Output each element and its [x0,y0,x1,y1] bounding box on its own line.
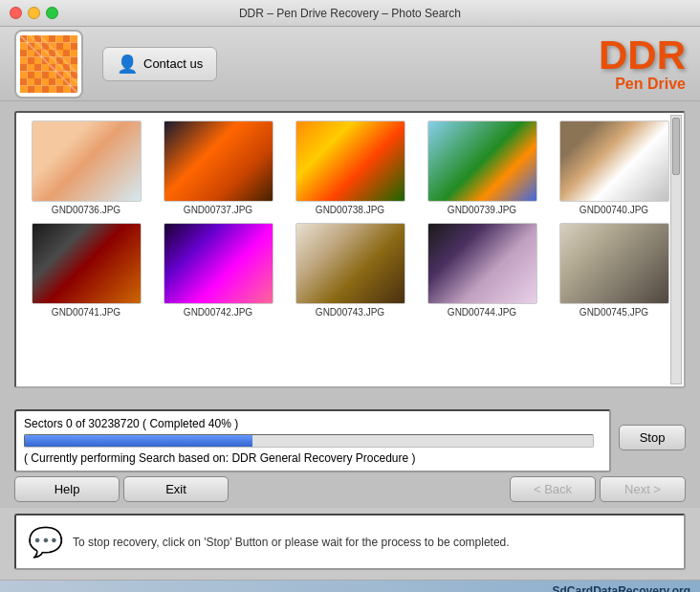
window-controls [10,7,58,19]
photo-label: GND00736.JPG [52,205,120,215]
list-item[interactable]: GND00741.JPG [24,223,148,318]
minimize-button[interactable] [28,7,40,19]
action-buttons: Stop [619,402,686,472]
photo-label: GND00739.JPG [448,205,516,215]
ddr-logo: DDR Pen Drive [599,35,686,93]
progress-fill [25,435,252,447]
info-message: To stop recovery, click on 'Stop' Button… [73,536,510,549]
nav-buttons: Help Exit < Back Next > [0,472,700,508]
photo-thumbnail [164,121,273,202]
maximize-button[interactable] [46,7,58,19]
ddr-title: DDR [599,35,686,76]
contact-label: Contact us [143,56,203,71]
progress-status: Sectors 0 of 30238720 ( Completed 40% ) [24,417,602,430]
progress-performing: ( Currently performing Search based on: … [24,451,602,465]
photo-grid: GND00736.JPGGND00737.JPGGND00738.JPGGND0… [24,121,676,318]
photo-grid-container[interactable]: GND00736.JPGGND00737.JPGGND00738.JPGGND0… [14,111,686,388]
back-button[interactable]: < Back [510,476,596,502]
photo-thumbnail [32,223,142,304]
list-item[interactable]: GND00740.JPG [552,121,676,215]
list-item[interactable]: GND00745.JPG [552,223,676,318]
photo-label: GND00745.JPG [580,307,648,318]
photo-label: GND00744.JPG [448,307,516,318]
photo-label: GND00737.JPG [184,205,252,215]
photo-label: GND00743.JPG [316,307,384,318]
footer-url: SdCardDataRecovery.org [553,584,691,592]
contact-icon: 👤 [117,54,138,75]
contact-button[interactable]: 👤 Contact us [102,47,217,81]
list-item[interactable]: GND00743.JPG [288,223,412,318]
photo-thumbnail [559,121,669,202]
stop-button[interactable]: Stop [619,425,686,450]
photo-thumbnail [32,121,142,202]
photo-label: GND00741.JPG [52,307,120,318]
title-bar: DDR – Pen Drive Recovery – Photo Search [0,0,700,27]
photo-thumbnail [559,223,669,304]
footer: SdCardDataRecovery.org [0,580,700,592]
window-title: DDR – Pen Drive Recovery – Photo Search [239,7,461,20]
info-icon: 💬 [28,525,63,559]
photo-thumbnail [295,223,405,304]
scrollbar[interactable] [670,115,682,384]
progress-area: Sectors 0 of 30238720 ( Completed 40% ) … [0,398,700,472]
main-content: GND00736.JPGGND00737.JPGGND00738.JPGGND0… [0,101,700,398]
scrollbar-thumb[interactable] [672,118,680,175]
list-item[interactable]: GND00742.JPG [156,223,280,318]
photo-label: GND00740.JPG [580,205,648,215]
photo-thumbnail [427,121,537,202]
photo-thumbnail [164,223,273,304]
info-box: 💬 To stop recovery, click on 'Stop' Butt… [14,514,686,570]
photo-label: GND00738.JPG [316,205,384,215]
progress-bar [24,434,594,448]
list-item[interactable]: GND00744.JPG [420,223,544,318]
photo-label: GND00742.JPG [184,307,252,318]
photo-thumbnail [295,121,405,202]
app-header: 👤 Contact us DDR Pen Drive [0,27,700,101]
list-item[interactable]: GND00737.JPG [156,121,280,215]
photo-thumbnail [427,223,537,304]
app-logo [14,30,83,99]
close-button[interactable] [10,7,22,19]
list-item[interactable]: GND00736.JPG [24,121,148,215]
help-button[interactable]: Help [14,476,120,502]
list-item[interactable]: GND00738.JPG [288,121,412,215]
list-item[interactable]: GND00739.JPG [420,121,544,215]
ddr-subtitle: Pen Drive [599,76,686,93]
progress-section: Sectors 0 of 30238720 ( Completed 40% ) … [14,409,611,472]
exit-button[interactable]: Exit [123,476,229,502]
next-button[interactable]: Next > [600,476,686,502]
